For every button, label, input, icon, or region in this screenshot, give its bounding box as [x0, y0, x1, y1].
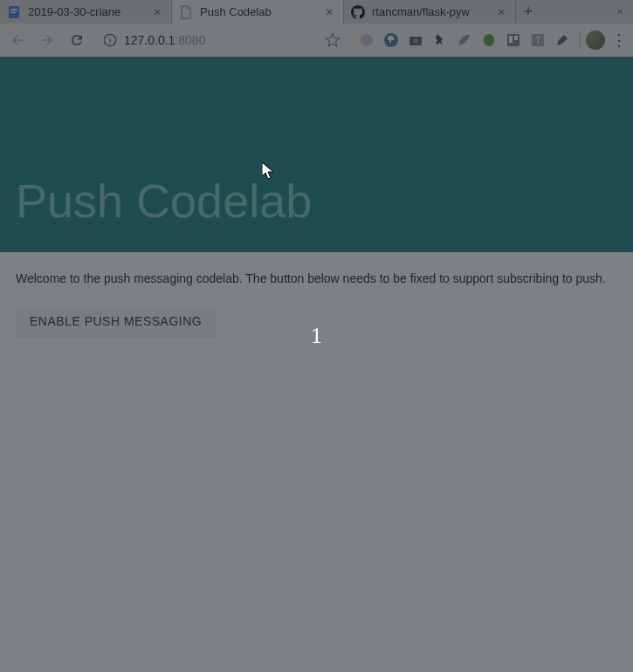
tab-2[interactable]: rtancman/flask-pyw ×	[344, 0, 516, 24]
tab-close-1[interactable]: ×	[322, 5, 336, 19]
url-host: 127.0.0.1	[124, 33, 175, 47]
page-content: Push Codelab Welcome to the push messagi…	[0, 57, 633, 672]
ext-icon-evernote[interactable]	[480, 31, 498, 49]
page-icon	[179, 5, 193, 19]
ext-icon-t[interactable]: T	[529, 31, 547, 49]
enable-push-button[interactable]: ENABLE PUSH MESSAGING	[16, 305, 216, 337]
svg-rect-12	[509, 36, 513, 43]
svg-point-10	[413, 38, 418, 44]
ext-icon-trello[interactable]	[505, 31, 522, 49]
github-icon	[351, 5, 365, 19]
tab-strip: 2019-03-30-criane × Push Codelab × rtanc…	[0, 0, 633, 24]
doc-icon	[7, 5, 21, 19]
ext-icon-pencil[interactable]	[554, 31, 571, 49]
address-bar[interactable]: 127.0.0.1:8080	[94, 28, 349, 52]
tab-title-2: rtancman/flask-pyw	[372, 5, 491, 18]
info-icon[interactable]	[103, 33, 117, 47]
ext-icon-1[interactable]	[358, 31, 375, 49]
forward-button[interactable]	[35, 28, 59, 52]
ext-icon-pin[interactable]	[431, 31, 449, 49]
svg-rect-3	[10, 12, 16, 13]
toolbar: 127.0.0.1:8080 T ⋮	[0, 24, 633, 57]
ext-icon-fedora[interactable]	[382, 31, 400, 49]
url-text: 127.0.0.1:8080	[124, 33, 318, 47]
reload-button[interactable]	[65, 28, 89, 52]
ext-icon-feather[interactable]	[456, 31, 473, 49]
bookmark-star-icon[interactable]	[325, 32, 341, 48]
svg-rect-1	[10, 9, 17, 10]
page-title: Push Codelab	[16, 174, 312, 228]
tab-1[interactable]: Push Codelab ×	[172, 0, 344, 24]
svg-rect-13	[514, 36, 518, 40]
tab-title-0: 2019-03-30-criane	[28, 5, 147, 18]
profile-avatar[interactable]	[586, 31, 605, 50]
toolbar-divider	[580, 31, 581, 49]
tab-close-0[interactable]: ×	[150, 5, 164, 19]
svg-point-7	[361, 34, 373, 46]
tab-0[interactable]: 2019-03-30-criane ×	[0, 0, 172, 24]
ext-icon-camera[interactable]	[407, 31, 424, 49]
hero-banner: Push Codelab	[0, 57, 633, 252]
new-tab-button[interactable]: +	[516, 0, 540, 24]
back-button[interactable]	[5, 28, 30, 52]
url-port: :8080	[175, 33, 205, 47]
svg-text:T: T	[535, 36, 540, 45]
menu-button[interactable]: ⋮	[610, 31, 628, 49]
intro-text: Welcome to the push messaging codelab. T…	[16, 270, 617, 288]
tab-close-2[interactable]: ×	[494, 5, 508, 19]
extension-icons: T	[354, 31, 575, 49]
svg-rect-2	[10, 10, 17, 11]
browser-chrome: 2019-03-30-criane × Push Codelab × rtanc…	[0, 0, 633, 57]
overlay-counter: 1	[311, 323, 322, 349]
tab-title-1: Push Codelab	[200, 5, 319, 18]
window-close-button[interactable]: ×	[612, 3, 628, 19]
